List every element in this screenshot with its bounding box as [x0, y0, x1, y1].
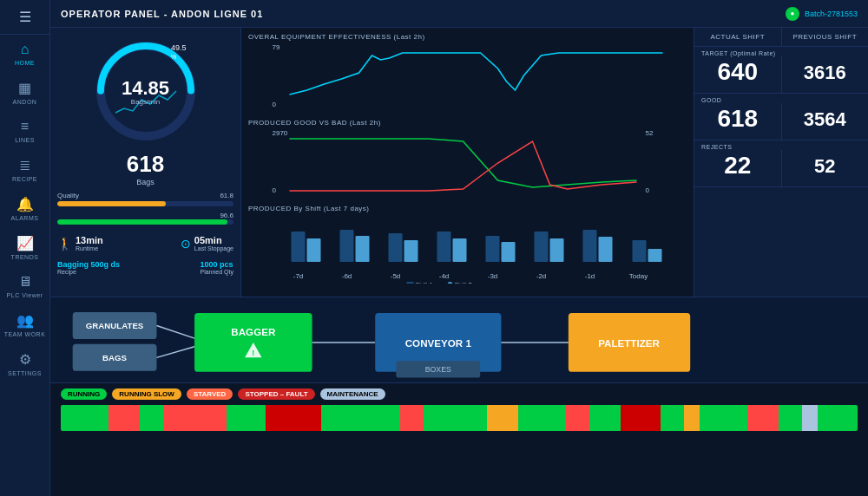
timeline-segment [487, 405, 518, 431]
center-charts-panel: OVERAL EQUIPMENT EFFECTIVENESS (Last 2h)… [241, 28, 694, 297]
gauge-percent: 49.5% [171, 43, 187, 61]
sidebar-item-andon[interactable]: ▦ ANDON [0, 73, 49, 112]
runtime-value: 13min [76, 235, 103, 245]
legend-running-slow: RUNNING SLOW [112, 388, 181, 400]
content-area: 14.85 Bags/min 49.5% 618 Bags Quality 61… [50, 28, 868, 496]
sidebar-item-alarms[interactable]: 🔔 ALARMS [0, 189, 49, 228]
svg-rect-6 [389, 233, 403, 262]
rejects-actual-value: 22 [694, 150, 782, 186]
good-label: GOOD [694, 94, 868, 103]
sidebar-item-team[interactable]: 👥 TEAM WORK [0, 305, 49, 344]
sidebar-item-lines[interactable]: ≡ LINES [0, 112, 49, 150]
quality2-percent: 96.6 [57, 212, 233, 219]
target-actual-value: 640 [694, 56, 782, 93]
recipe-icon: ≣ [19, 157, 30, 173]
recipe-box: Bagging 500g ds Recipe [57, 260, 120, 275]
sidebar-alarms-label: ALARMS [11, 215, 39, 221]
sidebar-item-home[interactable]: ⌂ HOME [0, 35, 49, 73]
svg-text:CONVEYOR 1: CONVEYOR 1 [405, 336, 472, 348]
quality2-bar-row: 96.6 [57, 212, 233, 225]
svg-rect-12 [535, 232, 549, 262]
sidebar-item-settings[interactable]: ⚙ SETTINGS [0, 344, 49, 383]
gb-y-max-right: 52 [646, 129, 654, 137]
trends-icon: 📈 [16, 235, 34, 251]
svg-text:Today: Today [629, 272, 648, 280]
alarms-icon: 🔔 [16, 196, 34, 212]
previous-shift-header: PREVIOUS SHIFT [782, 28, 869, 46]
stoppage-icon: ⊙ [181, 237, 191, 251]
svg-text:BAGS: BAGS [102, 353, 127, 362]
timeline-segment [140, 405, 163, 431]
planned-value: 1000 pcs [200, 260, 233, 269]
sidebar-item-recipe[interactable]: ≣ RECIPE [0, 150, 49, 189]
legend-starved: STARVED [187, 388, 233, 400]
info-row: Bagging 500g ds Recipe 1000 pcs Planned … [57, 260, 233, 275]
svg-text:-7d: -7d [293, 272, 304, 280]
produced-chart-title: PRODUCED By Shift (Last 7 days) [248, 205, 687, 212]
planned-label: Planned Qty [200, 269, 233, 275]
svg-text:BOXES: BOXES [425, 364, 451, 373]
stoppage-value: 05min [194, 235, 233, 245]
timeline-segment [802, 405, 818, 431]
left-panel: 14.85 Bags/min 49.5% 618 Bags Quality 61… [50, 28, 241, 297]
svg-rect-13 [550, 238, 564, 262]
team-icon: 👥 [16, 312, 34, 329]
timeline-segment [321, 405, 400, 431]
good-row: 618 3564 [694, 103, 868, 140]
timeline-segment [424, 405, 487, 431]
bags-label: Bags [136, 178, 155, 186]
plc-icon: 🖥 [18, 274, 32, 290]
svg-text:-5d: -5d [391, 272, 401, 280]
svg-rect-10 [486, 236, 500, 262]
quality-bar-fill [57, 201, 166, 206]
svg-rect-2 [292, 232, 306, 262]
svg-text:Shift A: Shift A [416, 282, 434, 284]
quality2-bar-bg [57, 219, 233, 225]
page-title: OPERATOR PANEL - ANDON LIGNE 01 [61, 9, 263, 19]
svg-rect-9 [453, 238, 467, 262]
svg-text:-2d: -2d [536, 272, 547, 280]
timeline-segment [518, 405, 566, 431]
svg-text:!: ! [252, 349, 254, 357]
flow-svg: GRANULATES BAGS BAGGER ! CONVEYOR 1 [64, 299, 854, 382]
batch-info: ● Batch-2781553 [786, 7, 858, 21]
sidebar-item-plc[interactable]: 🖥 PLC Viewer [0, 267, 49, 305]
quality-bar-row: Quality 61.8 [57, 192, 233, 206]
actual-shift-header: ACTUAL SHIFT [694, 28, 782, 46]
gauge-value: 14.85 [122, 79, 169, 98]
gauge-unit: Bags/min [122, 98, 169, 106]
timeline-segment [61, 405, 108, 431]
oee-chart-title: OVERAL EQUIPMENT EFFECTIVENESS (Last 2h) [248, 33, 687, 41]
good-bad-chart-title: PRODUCED GOOD VS BAD (Last 2h) [248, 119, 687, 127]
menu-icon: ☰ [19, 9, 31, 25]
andon-icon: ▦ [18, 80, 31, 96]
timeline-segment [227, 405, 266, 431]
stoppage-box: ⊙ 05min Last Stoppage [181, 235, 233, 251]
svg-text:PALETTIZER: PALETTIZER [598, 336, 660, 348]
timeline-segment [661, 405, 684, 431]
svg-rect-15 [599, 237, 613, 262]
timeline-segment [747, 405, 779, 431]
timeline-segment [266, 405, 321, 431]
rejects-row: 22 52 [694, 150, 868, 186]
legend-maintenance: MAINTENANCE [320, 388, 385, 400]
produced-chart: -7d -6d -5d -4d -3d -2d -1d Today Shift … [248, 214, 687, 284]
target-row: 640 3616 [694, 56, 868, 93]
quality2-bar-fill [57, 219, 227, 225]
good-prev-value: 3564 [782, 103, 869, 140]
target-label: TARGET (Optimal Rate) [694, 47, 868, 56]
quality-percent: 61.8 [220, 192, 233, 201]
header: OPERATOR PANEL - ANDON LIGNE 01 ● Batch-… [50, 0, 868, 28]
flow-diagram: GRANULATES BAGS BAGGER ! CONVEYOR 1 [50, 297, 868, 383]
bottom-section: RUNNING RUNNING SLOW STARVED STOPPED – F… [50, 383, 868, 496]
timeline-segment [818, 405, 857, 431]
timeline-segment [163, 405, 227, 431]
sidebar-settings-label: SETTINGS [8, 370, 42, 376]
oee-y-max: 79 [273, 43, 280, 51]
svg-text:-4d: -4d [439, 272, 450, 280]
recipe-label: Recipe [57, 269, 120, 275]
legend-row: RUNNING RUNNING SLOW STARVED STOPPED – F… [61, 388, 858, 400]
sidebar-item-trends[interactable]: 📈 TRENDS [0, 228, 49, 267]
menu-button[interactable]: ☰ [0, 0, 49, 35]
timeline-segment [779, 405, 802, 431]
